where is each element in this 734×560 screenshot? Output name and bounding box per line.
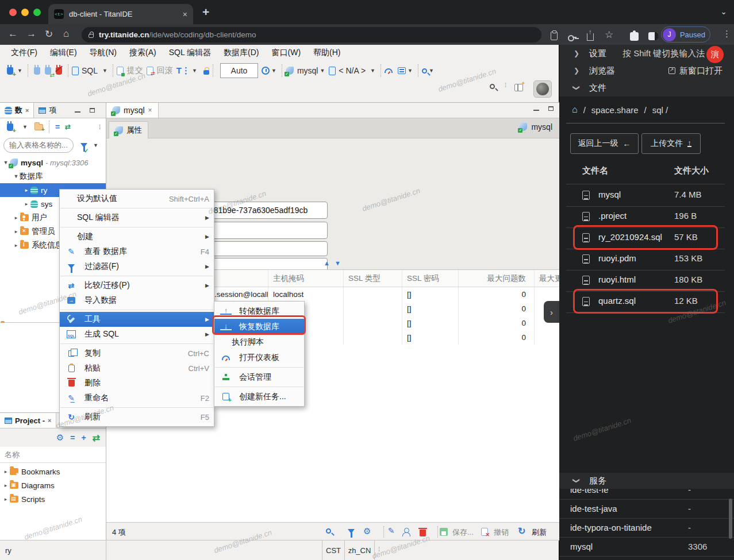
quick-search-icon[interactable] (490, 84, 495, 89)
share-icon[interactable] (587, 30, 594, 41)
tree-node-diagrams[interactable]: ▸ Diagrams (0, 478, 106, 492)
mysql-connection-icon[interactable] (286, 67, 294, 75)
sql-dropdown-label[interactable]: SQL (82, 66, 98, 75)
filter-dropdown-icon[interactable]: ▼ (93, 142, 98, 148)
cell-sslpwd[interactable]: [] (402, 330, 459, 345)
menu-item-set-default[interactable]: 设为默认值Shift+Ctrl+A (60, 191, 214, 206)
back-icon[interactable]: ← (8, 28, 18, 40)
section-services[interactable]: ❯ 服务 (559, 473, 734, 489)
submenu-item-session-manager[interactable]: 会话管理 (214, 369, 304, 385)
history-dropdown-icon[interactable]: ▼ (271, 68, 276, 74)
menu-item-create[interactable]: 创建▶ (60, 229, 214, 244)
menu-item-copy[interactable]: 复制Ctrl+C (60, 346, 214, 361)
col-hostmask-header[interactable]: 主机掩码 (268, 270, 344, 287)
upload-file-button[interactable]: 上传文件 ↑ (641, 133, 701, 154)
file-row[interactable]: .project 196 B (559, 206, 734, 227)
search-icon[interactable] (422, 68, 427, 74)
menu-file[interactable]: 文件(F) (5, 48, 44, 58)
minimize-editor-icon[interactable] (533, 106, 539, 111)
search-dropdown-icon[interactable]: ▼ (429, 68, 434, 74)
browser-tab[interactable]: <t> db-client - TitanIDE × (48, 4, 193, 24)
cell-maxq[interactable]: 0 (459, 302, 535, 316)
clipboard-icon[interactable] (551, 30, 558, 40)
open-perspective-icon[interactable] (514, 84, 523, 91)
file-name[interactable]: mysql (598, 190, 621, 199)
rollback-label[interactable]: 回滚 (157, 65, 173, 76)
submenu-item-open-dashboard[interactable]: 打开仪表板 (214, 350, 304, 365)
cell-sslpwd[interactable]: [] (402, 316, 459, 330)
browser-profile-button[interactable]: J Paused (661, 26, 710, 43)
link-with-editor-icon[interactable]: ⇄ (65, 123, 71, 131)
new-connection-dropdown-icon[interactable]: ▼ (17, 68, 22, 74)
traffic-minimize-button[interactable] (21, 9, 29, 16)
grid-search-icon[interactable] (326, 528, 331, 534)
col-maxq-header[interactable]: 最大问题数 (459, 270, 535, 287)
menu-item-refresh[interactable]: ↻ 刷新F5 (60, 410, 214, 424)
new-connection-icon[interactable] (7, 67, 13, 75)
rollback-icon[interactable] (147, 67, 153, 75)
service-row[interactable]: ide-test-java - (559, 500, 734, 519)
save-label[interactable]: 保存... (452, 527, 474, 538)
cell-maxupd[interactable] (535, 287, 559, 302)
traffic-close-button[interactable] (9, 9, 17, 16)
statusbar-locale[interactable]: zh_CN (345, 540, 375, 560)
delete-row-icon[interactable] (420, 530, 426, 536)
tab-close-icon[interactable]: × (25, 107, 29, 114)
file-name[interactable]: quartz.sql (598, 296, 636, 306)
dashboard-icon[interactable] (385, 68, 393, 73)
connection-dropdown-icon[interactable]: ▼ (320, 68, 325, 74)
menu-window[interactable]: 窗口(W) (266, 48, 308, 58)
table-filter-input[interactable] (3, 138, 74, 153)
new-folder-icon[interactable] (34, 124, 43, 130)
col-ssltype-header[interactable]: SSL 类型 (344, 270, 402, 287)
cell-sslpwd[interactable]: [] (402, 287, 459, 302)
extensions-puzzle-icon[interactable] (630, 30, 639, 41)
col-sslpwd-header[interactable]: SSL 密码 (402, 270, 459, 287)
sidebar-collapse-handle[interactable]: › (544, 301, 559, 323)
cell-sslpwd[interactable]: [] (402, 302, 459, 316)
submenu-item-execute-script[interactable]: 执行脚本 (214, 334, 304, 350)
traffic-zoom-button[interactable] (33, 9, 41, 16)
subtab-properties[interactable]: 属性 (109, 121, 148, 138)
gear-icon[interactable]: ⚙ (56, 432, 64, 443)
new-tab-button[interactable]: + (202, 5, 209, 19)
expand-all-icon[interactable]: + (81, 433, 86, 442)
submenu-item-restore-database[interactable]: ↓ 恢复数据库 (214, 319, 304, 334)
splitter-arrows-icon[interactable]: ▲▼ (324, 260, 345, 267)
side-panel-icon[interactable] (648, 30, 658, 40)
file-row-highlighted[interactable]: quartz.sql 12 KB (559, 291, 734, 312)
tab-close-icon[interactable]: × (183, 10, 187, 19)
go-up-button[interactable]: 返回上一级 ← (570, 133, 639, 154)
address-bar[interactable]: try.titanide.cn/ide/web/coding/db-client… (82, 27, 541, 43)
disconnect-icon[interactable] (56, 67, 62, 75)
cell-maxq[interactable]: 0 (459, 287, 535, 302)
undo-icon[interactable] (481, 528, 488, 536)
transaction-log-dropdown-icon[interactable]: ▼ (192, 68, 197, 74)
refresh-icon[interactable]: ↻ (518, 526, 525, 536)
perspective-avatar-button[interactable] (533, 80, 552, 98)
password-key-icon[interactable] (568, 29, 576, 39)
cell-maxupd[interactable] (535, 330, 559, 345)
menu-item-generate-sql[interactable]: SQL 生成 SQL▶ (60, 327, 214, 342)
connection-select[interactable]: mysql (297, 66, 318, 75)
editor-tab-mysql[interactable]: mysql × (106, 103, 159, 118)
lock-connection-icon[interactable] (203, 70, 209, 75)
tab-projects[interactable]: 项 (34, 103, 61, 118)
file-row[interactable]: mysql 7.4 MB (559, 185, 734, 206)
minimize-panel-icon[interactable] (75, 108, 80, 113)
catalog-icon[interactable] (329, 67, 336, 75)
submenu-item-dump-database[interactable]: ↑ 转储数据库 (214, 303, 304, 319)
menu-item-compare-migrate[interactable]: ⇄ 比较/迁移(P)▶ (60, 278, 214, 293)
commit-label[interactable]: 提交 (127, 65, 143, 76)
transaction-log-icon[interactable]: T⋮ (176, 65, 190, 76)
new-connection-dropdown-icon[interactable]: ▼ (22, 124, 28, 130)
database-select[interactable]: < N/A > (339, 66, 366, 75)
menu-item-tools[interactable]: 工具▶ (60, 312, 214, 327)
grid-settings-icon[interactable]: ⚙ (363, 526, 371, 536)
view-menu-icon[interactable]: ⁞ (99, 123, 101, 130)
home-icon[interactable]: ⌂ (572, 105, 578, 115)
collapse-all-icon[interactable]: = (70, 433, 75, 442)
file-row[interactable]: ruoyi.pdm 153 KB (559, 249, 734, 270)
tree-node-bookmarks[interactable]: ▸ Bookmarks (0, 465, 106, 478)
breadcrumb-space-share[interactable]: space.share (591, 105, 639, 115)
